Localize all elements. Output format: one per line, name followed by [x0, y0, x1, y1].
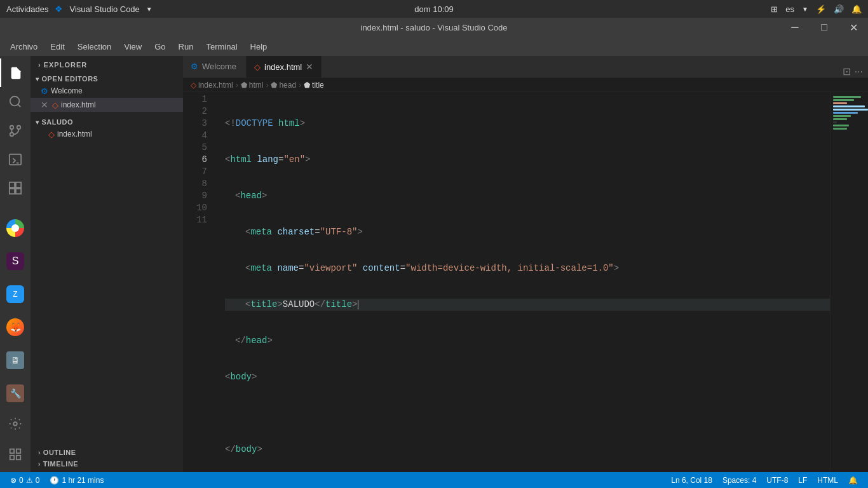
ln-8: 8 [183, 178, 207, 190]
status-position[interactable]: Ln 6, Col 18 [666, 476, 717, 485]
tab-bar: ⚙ Welcome ◇ index.html ✕ ⊡ ··· [183, 56, 868, 78]
app-monitor-icon[interactable]: 🖥 [0, 345, 31, 376]
maximize-button[interactable]: □ [810, 18, 839, 37]
open-editors-section: ▾ OPEN EDITORS ⚙ Welcome ✕ ◇ index.html [31, 71, 183, 114]
warning-icon: ⚠ [26, 476, 33, 485]
timeline-section[interactable]: › TIMELINE [31, 458, 183, 470]
code-line-9 [225, 407, 830, 419]
open-editor-welcome[interactable]: ⚙ Welcome [31, 84, 183, 98]
close-button[interactable]: ✕ [839, 18, 868, 37]
app-firefox-icon[interactable]: 🦊 [0, 312, 31, 342]
tab-index-html[interactable]: ◇ index.html ✕ [247, 56, 322, 78]
ln-3: 3 [183, 118, 207, 130]
menu-help[interactable]: Help [245, 41, 273, 53]
activity-grid[interactable] [0, 439, 31, 470]
menu-view[interactable]: View [119, 41, 147, 53]
breadcrumb-head-tag[interactable]: ⬟ head [271, 81, 296, 90]
menu-file[interactable]: Archivo [5, 41, 43, 53]
main-layout: S Z 🦊 🖥 🔧 › EX [0, 56, 868, 472]
vscode-logo-icon: ❖ [55, 4, 63, 14]
line-numbers: 1 2 3 4 5 6 7 8 9 10 11 [183, 92, 215, 472]
status-time-tracking[interactable]: 🕐 1 hr 21 mins [44, 472, 109, 488]
svg-point-2 [10, 125, 14, 129]
activity-bar-bottom [0, 409, 31, 472]
grid-icon[interactable]: ⊞ [771, 4, 778, 14]
breadcrumb-file[interactable]: ◇ index.html [191, 81, 233, 90]
menu-selection[interactable]: Selection [72, 41, 116, 53]
status-errors[interactable]: ⊗ 0 ⚠ 0 [5, 472, 44, 488]
code-line-8: <body> [225, 371, 830, 383]
breadcrumb-sep-3: › [299, 81, 301, 90]
code-content[interactable]: <!DOCTYPE html> <html lang="en"> <head> … [215, 92, 830, 472]
status-right: Ln 6, Col 18 Spaces: 4 UTF-8 LF HTML 🔔 [666, 476, 863, 485]
svg-rect-15 [17, 456, 20, 459]
ln-5: 5 [183, 142, 207, 154]
app-slack-icon[interactable]: S [0, 246, 31, 276]
editor-area: ⚙ Welcome ◇ index.html ✕ ⊡ ··· ◇ index.h… [183, 56, 868, 472]
more-actions-button[interactable]: ··· [855, 66, 863, 78]
index-close-icon[interactable]: ✕ [41, 100, 48, 110]
sidebar: › EXPLORER ▾ OPEN EDITORS ⚙ Welcome ✕ ◇ … [31, 56, 183, 472]
open-editors-title[interactable]: ▾ OPEN EDITORS [31, 74, 183, 84]
menu-edit[interactable]: Edit [45, 41, 69, 53]
code-line-1: <!DOCTYPE html> [225, 118, 830, 130]
system-bar: Actividades ❖ Visual Studio Code ▼ dom 1… [0, 0, 868, 18]
svg-rect-9 [10, 189, 15, 194]
activity-terminal-app[interactable] [0, 145, 31, 173]
status-line-ending[interactable]: LF [793, 476, 812, 485]
activity-extensions[interactable] [0, 174, 31, 203]
activities-label[interactable]: Actividades [6, 4, 48, 14]
svg-point-4 [17, 125, 21, 129]
status-encoding[interactable]: UTF-8 [761, 476, 793, 485]
audio-icon[interactable]: 🔊 [834, 4, 844, 14]
minimize-button[interactable]: ─ [780, 18, 810, 37]
svg-line-1 [18, 104, 20, 107]
index-tab-label: index.html [264, 62, 302, 72]
status-notifications[interactable]: 🔔 [843, 476, 863, 485]
status-spaces[interactable]: Spaces: 4 [717, 476, 761, 485]
activity-explorer[interactable] [0, 58, 31, 87]
svg-point-0 [10, 97, 20, 106]
menu-run[interactable]: Run [173, 41, 199, 53]
activity-search[interactable] [0, 87, 31, 116]
saludo-index-html[interactable]: ◇ index.html [31, 127, 183, 141]
svg-rect-10 [16, 189, 21, 194]
welcome-file-icon: ⚙ [41, 86, 48, 96]
explorer-title[interactable]: › EXPLORER [31, 56, 183, 71]
notification-icon[interactable]: 🔔 [851, 4, 862, 14]
app-chrome-icon[interactable] [0, 213, 31, 243]
breadcrumb-sep-1: › [236, 81, 238, 90]
app-name[interactable]: Visual Studio Code [69, 4, 139, 14]
timeline-chevron-icon: › [38, 461, 41, 468]
svg-rect-8 [16, 182, 21, 187]
welcome-tab-label: Welcome [202, 62, 236, 71]
activity-bar: S Z 🦊 🖥 🔧 [0, 56, 31, 472]
saludo-folder-title[interactable]: ▾ SALUDO [31, 117, 183, 127]
code-editor[interactable]: 1 2 3 4 5 6 7 8 9 10 11 <!DOCTYPE html> … [183, 92, 868, 472]
code-line-6: <title>SALUDO</title> [225, 299, 830, 311]
tab-welcome[interactable]: ⚙ Welcome [183, 56, 247, 78]
svg-rect-7 [10, 182, 15, 187]
breadcrumb-sep-2: › [266, 81, 268, 90]
tab-close-icon[interactable]: ✕ [306, 62, 313, 71]
split-editor-button[interactable]: ⊡ [843, 65, 851, 78]
saludo-folder-section: ▾ SALUDO ◇ index.html [31, 114, 183, 144]
code-line-4: <meta charset="UTF-8"> [225, 226, 830, 238]
wifi-icon[interactable]: ⚡ [816, 4, 826, 14]
app-tool-icon[interactable]: 🔧 [0, 378, 31, 409]
breadcrumb-html-icon: ◇ [191, 81, 196, 90]
explorer-chevron-icon: › [38, 61, 41, 69]
language-indicator[interactable]: es [785, 4, 794, 14]
breadcrumb-title-tag[interactable]: ⬟ title [304, 81, 324, 90]
status-language[interactable]: HTML [812, 476, 843, 485]
menu-go[interactable]: Go [149, 41, 170, 53]
tab-actions: ⊡ ··· [837, 65, 868, 78]
app-zoom-icon[interactable]: Z [0, 279, 31, 309]
system-bar-right: ⊞ es ▼ ⚡ 🔊 🔔 [771, 4, 862, 14]
outline-section[interactable]: › OUTLINE [31, 447, 183, 458]
menu-terminal[interactable]: Terminal [201, 41, 242, 53]
breadcrumb-html-tag[interactable]: ⬟ html [241, 81, 264, 90]
activity-settings[interactable] [0, 409, 31, 439]
activity-git[interactable] [0, 116, 31, 145]
open-editor-index-html[interactable]: ✕ ◇ index.html [31, 98, 183, 112]
